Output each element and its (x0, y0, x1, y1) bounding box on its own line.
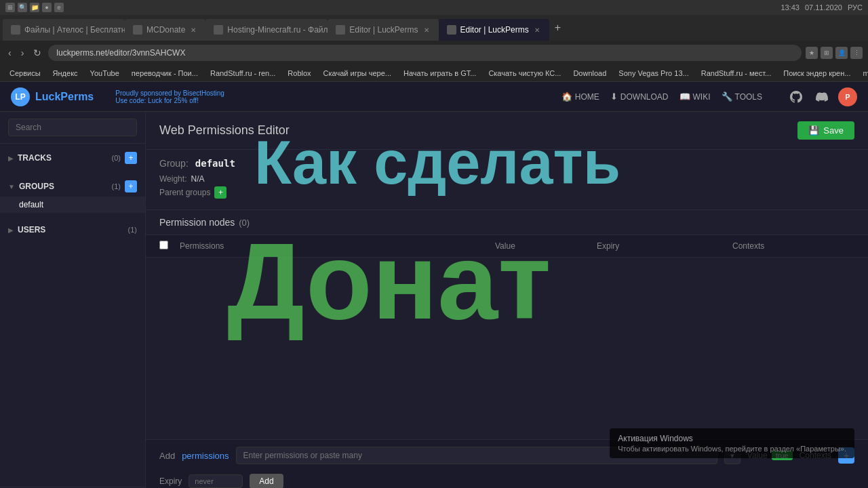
bookmark-gt[interactable]: Начать играть в GT... (399, 69, 480, 77)
users-section-header[interactable]: ▶ USERS (1) (0, 221, 145, 239)
tracks-section-header[interactable]: ▶ TRACKS (0) + (0, 148, 145, 168)
bookmark-games[interactable]: Скачай игры чере... (319, 69, 395, 77)
bookmark-download[interactable]: Download (569, 69, 610, 77)
forward-button[interactable]: › (18, 46, 27, 60)
title-bar: ⊞ 🔍 📁 ● e 13:43 07.11.2020 РУС (0, 0, 868, 15)
tab-label-luckperms2: Editor | LuckPerms (460, 25, 529, 35)
bookmark-icon[interactable]: ★ (806, 47, 818, 59)
checkbox-col-header (159, 241, 180, 251)
nav-wiki[interactable]: 📖 WIKI (679, 92, 711, 102)
tab-atemos[interactable]: Файлы | Ателос | Бесплатный Х... ✕ (3, 19, 125, 41)
chrome-icon[interactable]: ● (42, 3, 52, 12)
save-button[interactable]: 💾 Save (797, 121, 854, 140)
logo-icon: LP (11, 87, 30, 106)
bookmark-mega[interactable]: megamaster3 @m... (859, 69, 868, 77)
nav-tools[interactable]: 🔧 TOOLS (722, 92, 762, 102)
bookmark-vegas[interactable]: Sony Vegas Pro 13... (614, 69, 692, 77)
permissions-col-header: Permissions (180, 241, 495, 251)
groups-section-header[interactable]: ▼ GROUPS (1) + (0, 176, 145, 197)
add-group-button[interactable]: + (125, 180, 137, 192)
bookmarks-bar: Сервисы Яндекс YouTube переводчик - Пои.… (0, 64, 868, 82)
discord-icon[interactable] (812, 87, 831, 106)
bookmark-cs[interactable]: Скачать чистую КС... (484, 69, 565, 77)
file-explorer-icon[interactable]: 📁 (30, 3, 39, 12)
address-right: ★ ⊞ 👤 ⋮ (806, 47, 863, 59)
home-icon: 🏠 (561, 92, 572, 102)
tracks-chevron-icon: ▶ (8, 155, 14, 162)
tab-close-luckperms1[interactable]: ✕ (422, 26, 431, 34)
nav-home[interactable]: 🏠 HOME (561, 92, 599, 102)
tab-label-atemos: Файлы | Ателос | Бесплатный Х... (24, 25, 125, 35)
group-name-row: Group: default (159, 158, 854, 169)
sidebar: ▶ TRACKS (0) + ▼ GROUPS (1) + default (0, 112, 146, 488)
profile-icon[interactable]: 👤 (835, 47, 848, 59)
weight-label: Weight: (159, 174, 186, 184)
users-section: ▶ USERS (1) (0, 217, 145, 243)
logo-text: LuckPerms (35, 91, 94, 103)
tab-close-luckperms2[interactable]: ✕ (533, 26, 541, 34)
select-all-checkbox[interactable] (159, 241, 168, 249)
title-bar-icons: ⊞ 🔍 📁 ● e (5, 3, 64, 12)
bookmark-yandex[interactable]: Яндекс (49, 69, 82, 77)
nav-download[interactable]: ⬇ DOWNLOAD (610, 92, 669, 102)
edge-icon[interactable]: e (54, 3, 64, 12)
header-icons: P (787, 87, 857, 106)
bookmark-translator[interactable]: переводчик - Пои... (127, 69, 202, 77)
permission-nodes-section: Permission nodes (0) (146, 210, 868, 235)
win-activate-text: Чтобы активировать Windows, перейдите в … (618, 445, 846, 453)
search-box (0, 112, 145, 144)
sponsor-text: Proudly sponsored by BisectHosting Use c… (115, 89, 224, 104)
parent-label: Parent groups (159, 188, 210, 197)
tracks-count: (0) (112, 154, 121, 162)
weight-value: N/A (191, 174, 204, 184)
date-display: 07.11.2020 (805, 3, 842, 12)
header-nav: 🏠 HOME ⬇ DOWNLOAD 📖 WIKI 🔧 TOOLS (561, 92, 762, 102)
tab-favicon-luckperms2 (447, 25, 456, 35)
page-title: Web Permissions Editor (159, 123, 290, 138)
bookmark-randstuff2[interactable]: RandStuff.ru - мест... (697, 69, 776, 77)
add-track-button[interactable]: + (125, 152, 137, 164)
users-count: (1) (128, 226, 137, 234)
refresh-button[interactable]: ↻ (31, 46, 44, 60)
tracks-label: TRACKS (18, 153, 108, 163)
menu-icon[interactable]: ⋮ (850, 47, 863, 59)
new-tab-button[interactable]: + (549, 22, 566, 34)
expiry-input[interactable] (189, 474, 243, 488)
perm-table-header: Permissions Value Expiry Contexts (146, 235, 868, 258)
search-input[interactable] (8, 119, 137, 136)
bookmark-roblox[interactable]: Roblox (283, 69, 315, 77)
github-icon[interactable] (787, 87, 806, 106)
search-taskbar-icon[interactable]: 🔍 (18, 3, 27, 12)
tab-favicon-hosting (214, 25, 223, 35)
add-final-button[interactable]: Add (250, 474, 283, 488)
tab-hosting[interactable]: Hosting-Minecraft.ru - Файлове... ✕ (205, 19, 328, 41)
permissions-link[interactable]: permissions (182, 451, 229, 461)
weight-row: Weight: N/A (159, 174, 854, 184)
bookmark-youtube[interactable]: YouTube (86, 69, 123, 77)
patreon-icon[interactable]: P (838, 87, 857, 106)
expiry-label: Expiry (159, 476, 182, 486)
tab-favicon-mcdonate (133, 25, 142, 35)
download-icon: ⬇ (610, 92, 618, 102)
perm-section-title: Permission nodes (0) (159, 217, 854, 228)
parent-row: Parent groups + (159, 186, 854, 199)
address-bar: ‹ › ↻ ★ ⊞ 👤 ⋮ (0, 41, 868, 64)
tracks-section: ▶ TRACKS (0) + (0, 144, 145, 172)
tab-close-mcdonate[interactable]: ✕ (189, 26, 197, 34)
app-header: LP LuckPerms Proudly sponsored by Bisect… (0, 82, 868, 112)
bookmark-randstuff1[interactable]: RandStuff.ru - ren... (206, 69, 279, 77)
windows-activation-notice: Активация Windows Чтобы активировать Win… (610, 428, 854, 458)
sidebar-item-default[interactable]: default (0, 197, 145, 213)
logo: LP LuckPerms (11, 87, 94, 106)
bookmark-servisy[interactable]: Сервисы (5, 69, 45, 77)
tab-luckperms2[interactable]: Editor | LuckPerms ✕ (439, 19, 549, 41)
address-input[interactable] (48, 45, 802, 61)
back-button[interactable]: ‹ (5, 46, 14, 60)
bookmark-ender[interactable]: Поиск эндер крен... (779, 69, 854, 77)
tab-luckperms1[interactable]: Editor | LuckPerms ✕ (328, 19, 438, 41)
save-icon: 💾 (808, 125, 819, 136)
extensions-icon[interactable]: ⊞ (821, 47, 833, 59)
group-info: Group: default Weight: N/A Parent groups… (146, 150, 868, 210)
add-parent-button[interactable]: + (214, 186, 226, 199)
tab-mcdonate[interactable]: MCDonate ✕ (125, 19, 205, 41)
